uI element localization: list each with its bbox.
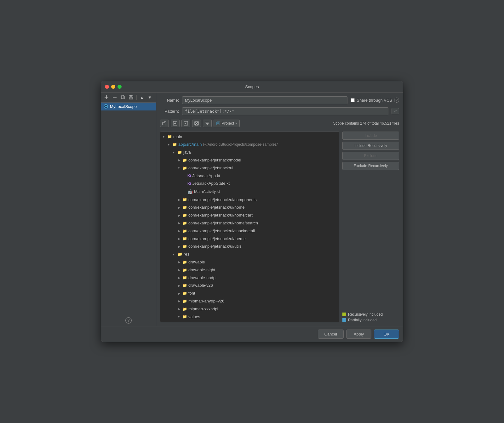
tree-label-snackdetail: com/example/jetsnack/ui/snackdetail	[188, 228, 255, 234]
remove-scope-button[interactable]	[111, 94, 118, 100]
action-panel: Include Include Recursively Exclude Excl…	[342, 132, 399, 323]
mainactivity-icon: 🤖	[187, 188, 193, 195]
project-dropdown[interactable]: Project ▾	[214, 120, 240, 127]
tree-item-utils[interactable]: ▶ 📁 com/example/jetsnack/ui/utils	[160, 243, 339, 251]
tree-label-mipmap-xxxhdpi: mipmap-xxxhdpi	[188, 306, 218, 313]
arrow-values: ▾	[178, 314, 182, 319]
tree-item-main[interactable]: ▾ 📁 main	[160, 133, 339, 141]
tree-item-mainactivity[interactable]: 🤖 MainActivity.kt	[160, 188, 339, 196]
arrow-utils: ▶	[178, 244, 182, 249]
collapse-all-button[interactable]	[160, 120, 169, 127]
file-tree[interactable]: ▾ 📁 main ▾ 📁 app/src/main (~/AndroidStud…	[160, 132, 339, 323]
collapse-icon	[162, 121, 167, 126]
expand-all-button[interactable]	[171, 120, 180, 127]
content-area: ▾ 📁 main ▾ 📁 app/src/main (~/AndroidStud…	[160, 132, 399, 323]
arrow-mipmap-xxxhdpi: ▶	[178, 307, 182, 312]
font-icon: 📁	[182, 290, 187, 296]
share-vcs-label: Share through VCS	[357, 98, 392, 103]
legend-item-green: Recursively included	[342, 312, 399, 317]
share-vcs-container: Share through VCS ?	[351, 98, 399, 103]
arrow-home: ▶	[178, 205, 182, 210]
help-button[interactable]: ?	[125, 317, 132, 324]
cart-icon: 📁	[182, 212, 187, 218]
plus-icon	[104, 95, 109, 99]
tree-item-search[interactable]: ▶ 📁 com/example/jetsnack/ui/home/search	[160, 219, 339, 227]
main-content: Name: Share through VCS ? Pattern: ⤢	[156, 93, 403, 326]
dialog-title: Scopes	[245, 84, 259, 89]
tree-label-res: res	[184, 251, 189, 258]
tree-label-jetsnackapp: JetsnackApp.kt	[192, 173, 220, 179]
tree-btn4[interactable]	[192, 120, 201, 127]
tree-item-app-src-main[interactable]: ▾ 📁 app/src/main (~/AndroidStudioProject…	[160, 141, 339, 149]
sidebar-item-my-local-scope[interactable]: MyLocalScope	[101, 103, 156, 110]
tree-label-components: com/example/jetsnack/ui/components	[188, 197, 257, 203]
close-button[interactable]	[105, 85, 109, 89]
java-icon: 📁	[177, 149, 182, 155]
share-vcs-checkbox[interactable]	[351, 98, 355, 102]
legend: Recursively included Partially included	[342, 312, 399, 322]
tree-item-home[interactable]: ▶ 📁 com/example/jetsnack/ui/home	[160, 204, 339, 212]
dialog-body: ▲ ▼ MyLocalScope ? Name:	[101, 93, 403, 326]
maximize-button[interactable]	[117, 85, 122, 89]
include-button[interactable]: Include	[342, 132, 399, 140]
legend-item-blue: Partially included	[342, 318, 399, 322]
tree-toolbar: Project ▾ Scope contains 274 of total 46…	[160, 118, 399, 128]
mipmap-xxxhdpi-icon: 📁	[182, 306, 187, 312]
tree-label-model: com/example/jetsnack/model	[188, 157, 241, 164]
ok-button[interactable]: OK	[374, 330, 399, 339]
pattern-input[interactable]	[182, 107, 388, 115]
exclude-recursively-button[interactable]: Exclude Recursively	[342, 162, 399, 170]
tree-item-cart[interactable]: ▶ 📁 com/example/jetsnack/ui/home/cart	[160, 212, 339, 219]
tree-item-drawable[interactable]: ▶ 📁 drawable	[160, 258, 339, 266]
exclude-button[interactable]: Exclude	[342, 152, 399, 160]
tree-btn3[interactable]	[181, 120, 190, 127]
tree-item-values[interactable]: ▾ 📁 values	[160, 313, 339, 321]
minimize-button[interactable]	[111, 85, 115, 89]
scopes-dialog: Scopes ▲ ▼	[101, 81, 403, 342]
tree-item-mipmap-anydpi[interactable]: ▶ 📁 mipmap-anydpi-v26	[160, 297, 339, 305]
window-controls	[105, 85, 122, 89]
name-input[interactable]	[182, 96, 347, 104]
arrow-drawable: ▶	[178, 260, 182, 265]
toolbar-divider	[136, 95, 137, 100]
tree-label-utils: com/example/jetsnack/ui/utils	[188, 243, 242, 250]
tree-item-model[interactable]: ▶ 📁 com/example/jetsnack/model	[160, 156, 339, 164]
tree-label-app-src-main: app/src/main	[178, 141, 202, 148]
tree-item-java[interactable]: ▾ 📁 java	[160, 149, 339, 156]
project-dropdown-arrow: ▾	[235, 121, 237, 125]
cancel-button[interactable]: Cancel	[318, 330, 344, 339]
add-scope-button[interactable]	[103, 94, 110, 100]
filter-button[interactable]	[203, 120, 212, 127]
arrow-drawable-night: ▶	[178, 268, 182, 273]
move-up-button[interactable]: ▲	[139, 94, 145, 100]
tree-item-jetsnackapp[interactable]: Kt JetsnackApp.kt	[160, 172, 339, 180]
apply-button[interactable]: Apply	[346, 330, 371, 339]
arrow-theme: ▶	[178, 236, 182, 241]
tree-item-snackdetail[interactable]: ▶ 📁 com/example/jetsnack/ui/snackdetail	[160, 227, 339, 235]
legend-label-green: Recursively included	[348, 312, 383, 317]
tree-item-drawable-nodpi[interactable]: ▶ 📁 drawable-nodpi	[160, 274, 339, 282]
tree-label-mipmap-anydpi: mipmap-anydpi-v26	[188, 298, 224, 305]
tree-item-ui[interactable]: ▾ 📁 com/example/jetsnack/ui	[160, 164, 339, 172]
tree-item-font[interactable]: ▶ 📁 font	[160, 290, 339, 297]
arrow-model: ▶	[178, 158, 182, 163]
tree-item-jetsnackappstate[interactable]: Kt JetsnackAppState.kt	[160, 180, 339, 188]
expand-pattern-button[interactable]: ⤢	[392, 108, 399, 114]
move-down-button[interactable]: ▼	[146, 94, 153, 100]
tree-label-home: com/example/jetsnack/ui/home	[188, 204, 244, 211]
copy-scope-button[interactable]	[119, 94, 126, 100]
tree-label-font: font	[188, 290, 195, 297]
tree-label-java: java	[183, 149, 191, 156]
tree-item-res[interactable]: ▾ 📁 res	[160, 251, 339, 258]
tree-item-mipmap-xxxhdpi[interactable]: ▶ 📁 mipmap-xxxhdpi	[160, 305, 339, 313]
tree-item-components[interactable]: ▶ 📁 com/example/jetsnack/ui/components	[160, 196, 339, 204]
save-scope-button[interactable]	[128, 94, 135, 100]
tree-label-main: main	[173, 134, 182, 140]
tree-item-theme[interactable]: ▶ 📁 com/example/jetsnack/ui/theme	[160, 235, 339, 243]
tree-item-drawable-v26[interactable]: ▶ 📁 drawable-v26	[160, 282, 339, 290]
include-recursively-button[interactable]: Include Recursively	[342, 142, 399, 150]
ui-icon: 📁	[182, 165, 187, 171]
sidebar-help: ?	[101, 315, 156, 326]
vcs-help-button[interactable]: ?	[394, 98, 399, 103]
tree-item-drawable-night[interactable]: ▶ 📁 drawable-night	[160, 266, 339, 274]
